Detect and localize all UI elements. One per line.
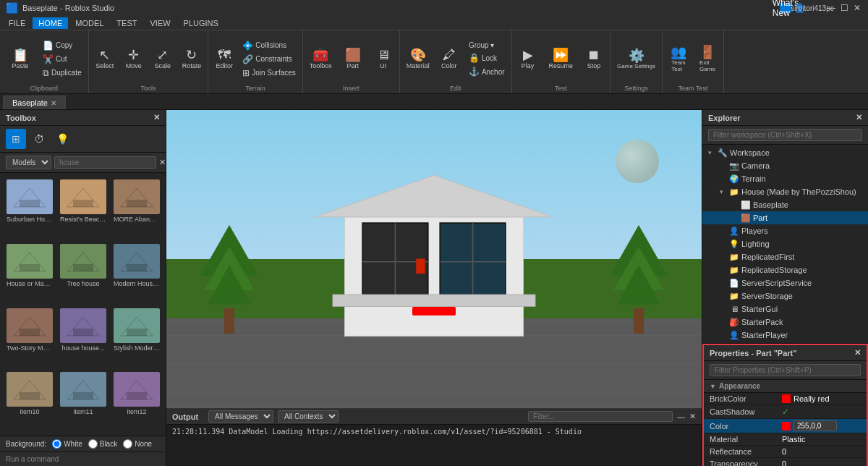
- move-button[interactable]: ✛ Move: [121, 46, 147, 72]
- viewport-canvas[interactable]: [166, 110, 702, 408]
- output-minimize-icon[interactable]: —: [677, 412, 685, 421]
- output-filter-input[interactable]: [528, 411, 673, 422]
- brick-color-value: Really red: [782, 394, 861, 403]
- toolbox-item[interactable]: Tree house: [58, 242, 109, 303]
- toolbox-item[interactable]: Suburban House -...: [4, 177, 55, 239]
- toolbox-close-icon[interactable]: ✕: [153, 113, 160, 122]
- tree-item[interactable]: 🎒StarterPack: [702, 315, 868, 329]
- properties-close-icon[interactable]: ✕: [854, 348, 861, 357]
- select-button[interactable]: ↖ Select: [92, 46, 118, 72]
- toolbox-item[interactable]: House or Mansion...: [4, 242, 55, 303]
- output-messages-select[interactable]: All Messages: [208, 410, 273, 423]
- toolbox-item[interactable]: Stylish Modern...: [111, 306, 162, 368]
- tree-item-icon: ⬜: [741, 200, 751, 210]
- play-button[interactable]: ▶ Play: [515, 46, 541, 72]
- menu-model[interactable]: MODEL: [69, 17, 109, 29]
- toolbox-item[interactable]: Resist's Beach...: [58, 177, 109, 239]
- output-log-entry: 21:28:11.394 DataModel Loading https://a…: [172, 428, 582, 436]
- part-button[interactable]: 🟫 Part: [340, 46, 366, 72]
- toolbox-search-input[interactable]: [54, 156, 156, 169]
- rotate-button[interactable]: ↻ Rotate: [179, 46, 205, 72]
- tree-item[interactable]: 📷Camera: [702, 159, 868, 172]
- color-button[interactable]: 🖍 Color: [436, 46, 462, 72]
- team-test-button[interactable]: 👥 TeamTest: [665, 43, 692, 75]
- toolbox-button[interactable]: 🧰 Toolbox: [306, 46, 336, 72]
- join-surfaces-button[interactable]: ⊞ Join Surfaces: [239, 67, 299, 80]
- toolbox-item[interactable]: MORE Abandoned: [111, 177, 162, 239]
- minimize-button[interactable]: —: [826, 3, 836, 13]
- cut-button[interactable]: ✂️ Cut: [39, 53, 85, 66]
- copy-button[interactable]: 📄 Copy: [39, 39, 85, 52]
- bg-none-option[interactable]: None: [123, 439, 152, 449]
- output-contexts-select[interactable]: All Contexts: [278, 410, 339, 423]
- whats-new-button[interactable]: What's New: [780, 3, 791, 13]
- menu-file[interactable]: FILE: [3, 17, 31, 29]
- duplicate-button[interactable]: ⧉ Duplicate: [39, 67, 85, 80]
- toolbox-item[interactable]: Two-Story Modern...: [4, 306, 55, 368]
- editor-button[interactable]: 🗺 Editor: [211, 46, 237, 72]
- toolbox-starred-icon[interactable]: 💡: [52, 129, 72, 149]
- toolbox-recent-icon[interactable]: ⏱: [29, 129, 49, 149]
- material-icon: 🎨: [410, 48, 426, 62]
- red-part[interactable]: [412, 307, 455, 315]
- color-input[interactable]: [793, 420, 837, 431]
- toolbox-item[interactable]: Modern House...: [111, 242, 162, 303]
- toolbox-clear-icon[interactable]: ✕: [159, 158, 166, 167]
- toolbox-item[interactable]: house house...: [58, 306, 109, 368]
- tree-item-icon: 👤: [729, 330, 739, 340]
- tree-item[interactable]: 📁ServerStorage: [702, 289, 868, 302]
- bg-white-option[interactable]: White: [52, 439, 82, 449]
- menu-home[interactable]: HOME: [33, 17, 68, 29]
- test-group: ▶ Play ⏩ Resume ⏹ Stop Test: [512, 30, 611, 93]
- tab-baseplate[interactable]: Baseplate ✕: [3, 96, 66, 109]
- tree-item[interactable]: 👤StarterPlayer: [702, 329, 868, 342]
- tree-item[interactable]: 👤Players: [702, 224, 868, 237]
- toolbox-item[interactable]: item12: [111, 370, 162, 431]
- toolbox-item[interactable]: item11: [58, 370, 109, 431]
- material-label: Material: [710, 435, 782, 444]
- toolbox-grid-icon[interactable]: ⊞: [6, 129, 26, 149]
- tree-item[interactable]: 📁ReplicatedStorage: [702, 263, 868, 276]
- appearance-section[interactable]: ▼ Appearance: [704, 380, 867, 393]
- resume-button[interactable]: ⏩ Resume: [545, 46, 577, 72]
- scale-button[interactable]: ⤢ Scale: [150, 46, 176, 72]
- output-body: 21:28:11.394 DataModel Loading https://a…: [166, 425, 702, 466]
- constraints-button[interactable]: 🔗 Constraints: [239, 53, 299, 66]
- anchor-button[interactable]: ⚓ Anchor: [465, 65, 509, 78]
- tree-item[interactable]: ▾🔧Workspace: [702, 146, 868, 159]
- properties-search-input[interactable]: [710, 364, 861, 376]
- group-button[interactable]: Group ▾: [465, 40, 509, 51]
- menu-test[interactable]: TEST: [111, 17, 142, 29]
- run-command[interactable]: Run a command: [0, 452, 166, 466]
- exit-game-button[interactable]: 🚪 ExitGame: [694, 43, 720, 75]
- tree-item[interactable]: 🟫Part: [702, 211, 868, 224]
- game-settings-button[interactable]: ⚙️ Game Settings: [613, 47, 659, 72]
- tree-item[interactable]: ▾📁House (Made by ThePozziShou): [702, 185, 868, 198]
- material-button[interactable]: 🎨 Material: [403, 46, 433, 72]
- tree-item[interactable]: 🖥StarterGui: [702, 302, 868, 315]
- output-close-icon[interactable]: ✕: [689, 412, 696, 421]
- collisions-button[interactable]: 💠 Collisions: [239, 39, 299, 52]
- toolbox-item-label: Modern House...: [114, 280, 160, 287]
- tab-close-button[interactable]: ✕: [51, 99, 56, 107]
- toolbox-category-select[interactable]: Models: [6, 156, 51, 169]
- tree-item[interactable]: 💡Lighting: [702, 237, 868, 250]
- color-row[interactable]: Color: [704, 419, 867, 433]
- toolbox-item[interactable]: item10: [4, 370, 55, 431]
- tree-item[interactable]: ⬜Baseplate: [702, 198, 868, 211]
- tree-item[interactable]: 📄ServerScriptService: [702, 276, 868, 289]
- explorer-close-icon[interactable]: ✕: [856, 113, 862, 122]
- lock-button[interactable]: 🔒 Lock: [465, 51, 509, 64]
- maximize-button[interactable]: ☐: [839, 3, 849, 13]
- tree-item[interactable]: 📁ReplicatedFirst: [702, 250, 868, 263]
- menu-view[interactable]: VIEW: [144, 17, 176, 29]
- menu-plugins[interactable]: PLUGINS: [178, 17, 224, 29]
- paste-button[interactable]: 📋 Paste: [3, 46, 38, 72]
- tree-item[interactable]: 🌍Terrain: [702, 172, 868, 185]
- bg-black-option[interactable]: Black: [88, 439, 117, 449]
- constraints-icon: 🔗: [242, 54, 253, 64]
- stop-button[interactable]: ⏹ Stop: [581, 46, 607, 72]
- close-button[interactable]: ✕: [852, 3, 862, 13]
- explorer-search-input[interactable]: [708, 129, 862, 141]
- ui-button[interactable]: 🖥 UI: [370, 46, 396, 72]
